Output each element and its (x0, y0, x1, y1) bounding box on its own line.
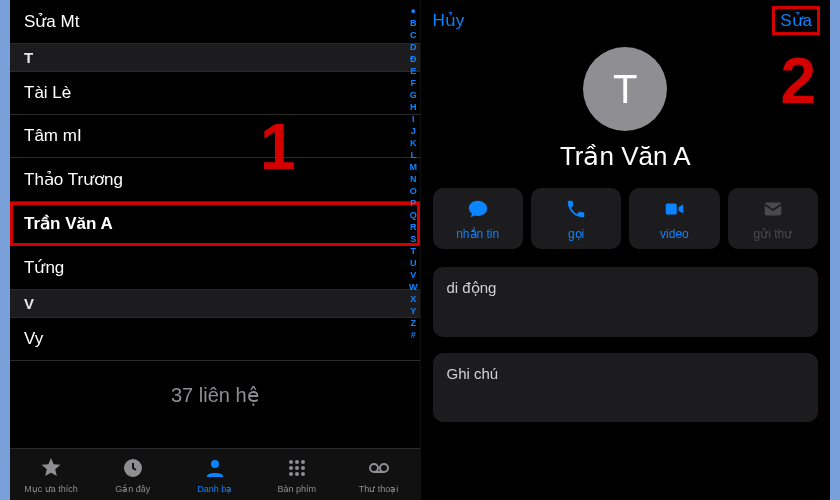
svg-point-9 (295, 472, 299, 476)
list-item[interactable]: Tứng (10, 246, 420, 290)
notes-field[interactable]: Ghi chú (433, 353, 819, 422)
keypad-icon (285, 456, 309, 482)
tab-voicemail[interactable]: Thư thoại (338, 449, 420, 500)
list-item[interactable]: Tâm mI (10, 115, 420, 158)
message-button[interactable]: nhắn tin (433, 188, 523, 249)
mail-button: gửi thư (728, 188, 818, 249)
tab-favorites[interactable]: Mục ưa thích (10, 449, 92, 500)
recents-icon (121, 456, 145, 482)
list-item[interactable]: Vy (10, 318, 420, 361)
contact-detail-screen: Hủy Sửa T Trần Văn A nhắn tingọivideogửi… (421, 0, 831, 500)
list-item[interactable]: Thảo Trương (10, 158, 420, 202)
svg-rect-13 (666, 204, 677, 215)
svg-point-6 (295, 466, 299, 470)
call-button[interactable]: gọi (531, 188, 621, 249)
section-V: V (10, 290, 420, 318)
mobile-field[interactable]: di động (433, 267, 819, 337)
cancel-button[interactable]: Hủy (433, 10, 465, 31)
contact-name: Trần Văn A (421, 141, 831, 172)
favorites-icon (39, 456, 63, 482)
call-icon (564, 198, 588, 223)
voicemail-icon (367, 456, 391, 482)
svg-point-3 (295, 460, 299, 464)
svg-point-10 (301, 472, 305, 476)
section-T: T (10, 44, 420, 72)
svg-point-11 (370, 464, 378, 472)
annotation-2: 2 (780, 44, 816, 118)
edit-button[interactable]: Sửa (774, 8, 818, 33)
svg-point-12 (380, 464, 388, 472)
message-icon (466, 198, 490, 223)
tab-recents[interactable]: Gần đây (92, 449, 174, 500)
tab-contacts[interactable]: Danh bạ (174, 449, 256, 500)
mail-icon (761, 198, 785, 223)
contacts-icon (203, 456, 227, 482)
svg-point-2 (289, 460, 293, 464)
svg-point-5 (289, 466, 293, 470)
svg-point-4 (301, 460, 305, 464)
tab-bar: Mục ưa thíchGần đâyDanh bạBàn phímThư th… (10, 448, 420, 500)
svg-point-7 (301, 466, 305, 470)
list-item[interactable]: Sửa Mt (10, 0, 420, 44)
list-item[interactable]: Tài Lè (10, 72, 420, 115)
svg-point-1 (211, 460, 219, 468)
avatar: T (583, 47, 667, 131)
video-icon (662, 198, 686, 223)
alpha-index[interactable]: ●BCDĐEFGHIJKLMNOPQRSTUVWXYZ# (409, 6, 418, 340)
list-item[interactable]: Trần Văn A (10, 202, 420, 246)
contacts-list-screen: Sửa MtTTài LèTâm mIThảo TrươngTrần Văn A… (10, 0, 421, 500)
contact-count: 37 liên hệ (10, 361, 420, 437)
tab-keypad[interactable]: Bàn phím (256, 449, 338, 500)
svg-point-8 (289, 472, 293, 476)
video-button[interactable]: video (629, 188, 719, 249)
